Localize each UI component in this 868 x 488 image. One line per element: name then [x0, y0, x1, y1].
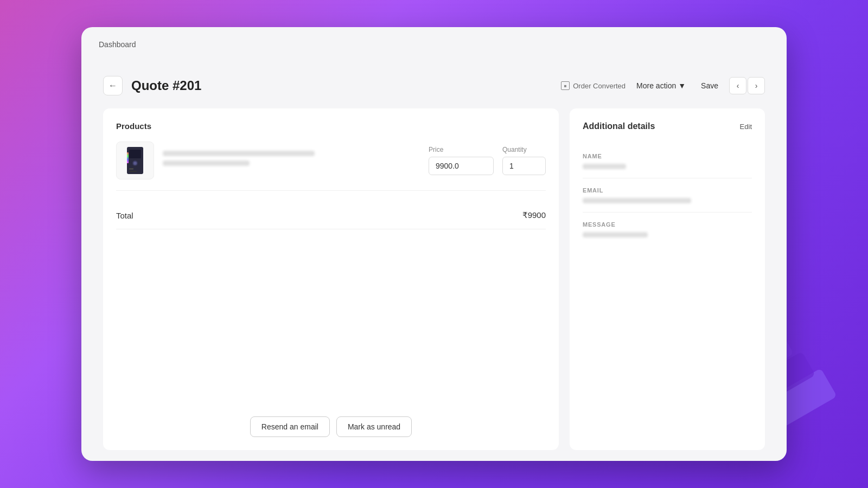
- save-button[interactable]: Save: [697, 78, 723, 93]
- next-button[interactable]: ›: [748, 77, 765, 94]
- left-arrow-icon: ‹: [737, 81, 739, 90]
- price-label: Price: [429, 146, 494, 153]
- content-area: ← Quote #201 ■ Order Converted More acti…: [81, 65, 787, 461]
- total-label: Total: [116, 211, 133, 220]
- price-field-group: Price: [429, 146, 494, 175]
- name-value-blurred: [583, 164, 626, 169]
- details-panel: Additional details Edit NAME EMAIL MESSA…: [570, 108, 765, 450]
- body-layout: Products: [103, 108, 765, 450]
- message-field-label: MESSAGE: [583, 221, 752, 228]
- chevron-down-icon: ▼: [678, 81, 686, 90]
- header-bar: ← Quote #201 ■ Order Converted More acti…: [103, 76, 765, 95]
- edit-button[interactable]: Edit: [740, 123, 752, 131]
- header-actions: ■ Order Converted More action ▼ Save ‹ ›: [561, 77, 765, 94]
- total-row: Total ₹9900: [116, 202, 546, 229]
- quantity-field-group: Quantity: [502, 146, 546, 175]
- quantity-label: Quantity: [502, 146, 546, 153]
- email-value-blurred: [583, 198, 691, 203]
- product-info: [163, 151, 420, 170]
- svg-rect-1: [129, 150, 141, 158]
- details-panel-title: Additional details: [583, 121, 655, 131]
- name-section: NAME: [583, 144, 752, 178]
- page-title: Quote #201: [131, 78, 552, 93]
- svg-rect-6: [127, 152, 129, 163]
- product-desc-blurred-2: [163, 160, 250, 166]
- product-row: Price Quantity: [116, 142, 546, 191]
- product-image: [116, 142, 154, 179]
- more-action-label: More action: [636, 81, 676, 90]
- resend-email-button[interactable]: Resend an email: [250, 416, 330, 437]
- message-section: MESSAGE: [583, 213, 752, 246]
- products-panel: Products: [103, 108, 559, 450]
- price-quantity-group: Price Quantity: [429, 146, 546, 175]
- dashboard-breadcrumb: Dashboard: [99, 40, 136, 49]
- main-card: Dashboard ← Quote #201 ■ Order Converted…: [81, 27, 787, 461]
- more-action-button[interactable]: More action ▼: [632, 78, 690, 93]
- svg-rect-4: [129, 168, 133, 170]
- product-image-svg: [122, 144, 149, 177]
- email-section: EMAIL: [583, 178, 752, 213]
- right-arrow-icon: ›: [755, 81, 758, 90]
- svg-rect-5: [129, 171, 137, 172]
- back-arrow-icon: ←: [108, 81, 117, 91]
- svg-point-3: [133, 162, 137, 165]
- products-panel-title: Products: [116, 121, 546, 131]
- product-desc-blurred-1: [163, 151, 315, 156]
- email-field-label: EMAIL: [583, 187, 752, 194]
- order-converted-icon: ■: [561, 81, 570, 90]
- nav-arrows: ‹ ›: [729, 77, 765, 94]
- mark-as-unread-button[interactable]: Mark as unread: [336, 416, 412, 437]
- prev-button[interactable]: ‹: [729, 77, 746, 94]
- back-button[interactable]: ←: [103, 76, 123, 95]
- total-value: ₹9900: [522, 210, 546, 220]
- quantity-input[interactable]: [502, 157, 546, 175]
- order-converted-label: Order Converted: [573, 82, 626, 90]
- order-converted-status: ■ Order Converted: [561, 81, 626, 90]
- action-buttons: Resend an email Mark as unread: [116, 403, 546, 437]
- details-header: Additional details Edit: [583, 121, 752, 131]
- message-value-blurred: [583, 232, 648, 237]
- price-input[interactable]: [429, 157, 494, 175]
- name-field-label: NAME: [583, 153, 752, 159]
